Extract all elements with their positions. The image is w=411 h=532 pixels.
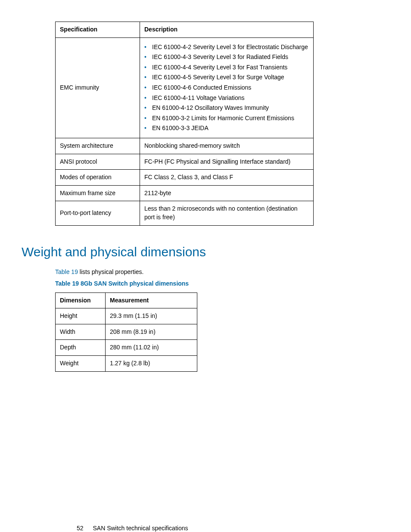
dim-cell-measurement: 280 mm (11.02 in) [106, 340, 197, 356]
dim-cell-name: Width [56, 324, 106, 340]
table-row: Weight1.27 kg (2.8 lb) [56, 356, 197, 372]
dim-cell-name: Height [56, 308, 106, 324]
specification-table: Specification Description EMC immunityIE… [55, 22, 314, 226]
spec-cell-desc: Nonblocking shared-memory switch [140, 138, 314, 154]
dim-header-measurement: Measurement [106, 292, 197, 308]
table-row: Modes of operationFC Class 2, Class 3, a… [56, 170, 314, 186]
spec-cell-desc: Less than 2 microseconds with no content… [140, 201, 314, 225]
spec-bullet-list: IEC 61000-4-2 Severity Level 3 for Elect… [144, 43, 309, 133]
dim-cell-name: Depth [56, 340, 106, 356]
spec-cell-desc: FC-PH (FC Physical and Signalling Interf… [140, 154, 314, 170]
spec-bullet-item: EN 61000-3-3 JEIDA [144, 124, 309, 133]
page-number: 52 [77, 525, 84, 532]
table-row: Maximum frame size2112-byte [56, 185, 314, 201]
dim-cell-name: Weight [56, 356, 106, 372]
intro-rest: lists physical properties. [78, 268, 144, 275]
table-19-link[interactable]: Table 19 [55, 268, 78, 275]
spec-cell-name: Modes of operation [56, 170, 140, 186]
table-row: Port-to-port latencyLess than 2 microsec… [56, 201, 314, 225]
table-19-caption: Table 19 8Gb SAN Switch physical dimensi… [55, 280, 355, 288]
spec-cell-desc: FC Class 2, Class 3, and Class F [140, 170, 314, 186]
section-heading: Weight and physical dimensions [22, 243, 355, 261]
table-row: ANSI protocolFC-PH (FC Physical and Sign… [56, 154, 314, 170]
spec-header-specification: Specification [56, 22, 140, 38]
spec-bullet-item: IEC 61000-4-4 Severity Level 3 for Fast … [144, 63, 309, 72]
spec-bullet-item: EN 61000-4-12 Oscillatory Waves Immunity [144, 104, 309, 112]
dim-cell-measurement: 208 mm (8.19 in) [106, 324, 197, 340]
page-footer: 52 SAN Switch technical specifications [77, 524, 188, 532]
spec-cell-name: System architecture [56, 138, 140, 154]
dim-cell-measurement: 29.3 mm (1.15 in) [106, 308, 197, 324]
spec-bullet-item: IEC 61000-4-5 Severity Level 3 for Surge… [144, 73, 309, 82]
table-row: System architectureNonblocking shared-me… [56, 138, 314, 154]
spec-cell-name: Port-to-port latency [56, 201, 140, 225]
spec-cell-name: Maximum frame size [56, 185, 140, 201]
table-row: Width208 mm (8.19 in) [56, 324, 197, 340]
spec-bullet-item: IEC 61000-4-3 Severity Level 3 for Radia… [144, 53, 309, 62]
spec-bullet-item: IEC 61000-4-11 Voltage Variations [144, 94, 309, 103]
dim-header-dimension: Dimension [56, 292, 106, 308]
spec-header-description: Description [140, 22, 314, 38]
spec-bullet-item: EN 61000-3-2 Limits for Harmonic Current… [144, 114, 309, 123]
table-row: Height29.3 mm (1.15 in) [56, 308, 197, 324]
table-row: Depth280 mm (11.02 in) [56, 340, 197, 356]
spec-cell-desc: IEC 61000-4-2 Severity Level 3 for Elect… [140, 37, 314, 138]
footer-title: SAN Switch technical specifications [93, 525, 188, 532]
spec-cell-name: EMC immunity [56, 37, 140, 138]
intro-text: Table 19 lists physical properties. [55, 268, 355, 277]
dim-cell-measurement: 1.27 kg (2.8 lb) [106, 356, 197, 372]
table-row: EMC immunityIEC 61000-4-2 Severity Level… [56, 37, 314, 138]
spec-cell-desc: 2112-byte [140, 185, 314, 201]
spec-cell-name: ANSI protocol [56, 154, 140, 170]
dimensions-table: Dimension Measurement Height29.3 mm (1.1… [55, 292, 197, 372]
spec-bullet-item: IEC 61000-4-6 Conducted Emissions [144, 84, 309, 92]
spec-bullet-item: IEC 61000-4-2 Severity Level 3 for Elect… [144, 43, 309, 52]
